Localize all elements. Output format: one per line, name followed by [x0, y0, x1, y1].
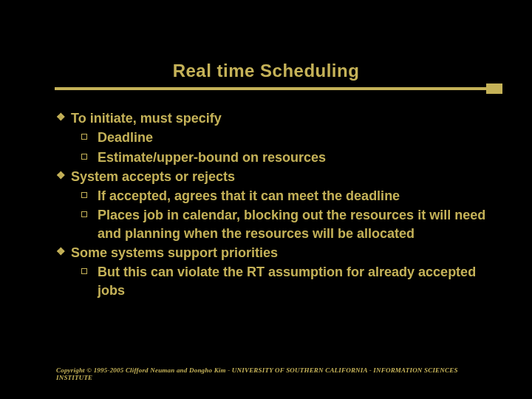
bullet-text: Some systems support priorities — [71, 245, 278, 260]
bullet-level1: System accepts or rejects — [56, 168, 495, 185]
bullet-text: Places job in calendar, blocking out the… — [98, 208, 485, 240]
slide-title: Real time Scheduling — [0, 61, 532, 81]
bullet-level2: If accepted, agrees that it can meet the… — [56, 187, 495, 205]
slide-body: To initiate, must specify Deadline Estim… — [56, 109, 495, 301]
bullet-level1: Some systems support priorities — [56, 244, 495, 262]
bullet-text: If accepted, agrees that it can meet the… — [98, 188, 400, 203]
title-underline-cap — [486, 83, 502, 94]
bullet-level2: But this can violate the RT assumption f… — [56, 263, 495, 299]
bullet-text: To initiate, must specify — [71, 111, 222, 126]
slide: Real time Scheduling To initiate, must s… — [0, 0, 532, 399]
bullet-text: System accepts or rejects — [71, 169, 235, 184]
bullet-text: Deadline — [98, 130, 153, 145]
bullet-level2: Deadline — [56, 129, 495, 146]
bullet-level2: Estimate/upper-bound on resources — [56, 149, 495, 166]
bullet-text: Estimate/upper-bound on resources — [98, 150, 326, 165]
bullet-level1: To initiate, must specify — [56, 109, 495, 127]
bullet-level2: Places job in calendar, blocking out the… — [56, 206, 495, 242]
title-underline — [55, 87, 502, 90]
bullet-text: But this can violate the RT assumption f… — [98, 265, 476, 297]
copyright-footer: Copyright © 1995-2005 Clifford Neuman an… — [56, 366, 495, 381]
